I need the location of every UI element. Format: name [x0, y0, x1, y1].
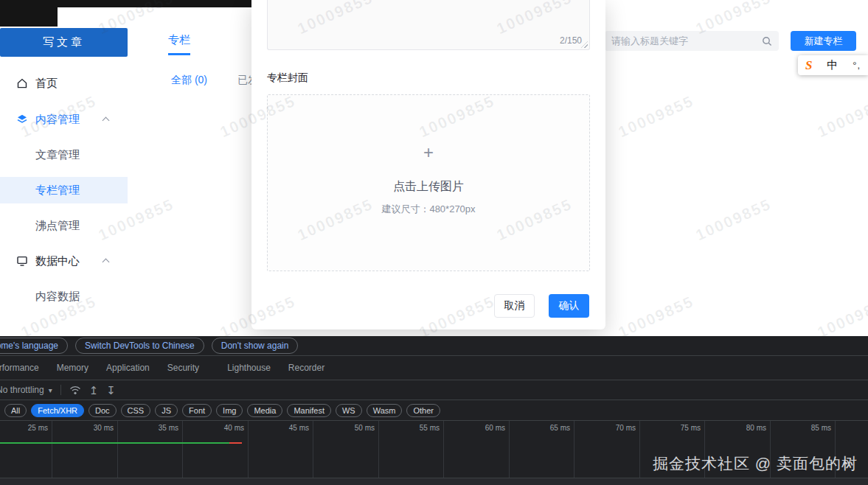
filter-chip-other[interactable]: Other: [406, 404, 440, 417]
ime-punctuation-indicator[interactable]: °,: [853, 60, 861, 71]
filter-chip-manifest[interactable]: Manifest: [287, 404, 331, 417]
export-har-icon[interactable]: ↧: [106, 385, 116, 396]
tab-security[interactable]: Security: [167, 363, 199, 373]
throttling-select[interactable]: No throttling ▾: [0, 385, 52, 395]
filter-chip-media[interactable]: Media: [247, 404, 282, 417]
filter-chip-css[interactable]: CSS: [121, 404, 151, 417]
upload-title: 点击上传图片: [268, 179, 589, 195]
timeline-tick: 55 ms: [400, 421, 444, 478]
column-description-textarea[interactable]: 2/150: [267, 0, 590, 50]
throttling-label: No throttling: [0, 385, 44, 395]
filter-chip-fetch-xhr[interactable]: Fetch/XHR: [31, 404, 84, 417]
sidebar-item-label: 数据中心: [35, 254, 80, 268]
filter-chip-doc[interactable]: Doc: [88, 404, 117, 417]
ime-toolbar[interactable]: S 中 °,: [798, 55, 868, 75]
sidebar-item-pin-management[interactable]: 沸点管理: [0, 212, 128, 239]
sidebar-item-label: 专栏管理: [35, 184, 80, 198]
import-har-icon[interactable]: ↥: [89, 385, 99, 396]
monitor-icon: [16, 255, 29, 267]
timeline-tick: 25 ms: [8, 421, 52, 478]
sidebar-item-content-management[interactable]: 内容管理: [0, 106, 128, 133]
sidebar-item-article-management[interactable]: 文章管理: [0, 142, 128, 168]
filter-chip-wasm[interactable]: Wasm: [367, 404, 403, 417]
plus-icon: +: [268, 144, 589, 161]
filter-chip-all[interactable]: All: [4, 404, 27, 417]
timeline-tick: 40 ms: [204, 421, 249, 478]
chevron-up-icon: [103, 117, 110, 125]
sidebar-item-label: 内容管理: [35, 113, 80, 127]
watermark-credit: 掘金技术社区 @ 卖面包的树: [653, 453, 858, 474]
devtools-infobar: Always match Chrome's language Switch De…: [0, 336, 868, 356]
search-box: [605, 31, 779, 51]
network-conditions-icon[interactable]: [69, 385, 81, 395]
write-article-button[interactable]: 写文章: [0, 28, 128, 57]
timeline-tick: 60 ms: [465, 421, 510, 478]
cover-label: 专栏封面: [267, 71, 308, 85]
sidebar-item-label: 首页: [35, 77, 58, 91]
create-column-modal: 2/150 专栏封面 + 点击上传图片 建议尺寸：480*270px 取消 确认: [251, 0, 605, 329]
confirm-button[interactable]: 确认: [549, 294, 589, 318]
watermark: 10009855: [815, 92, 868, 141]
tab-performance[interactable]: Performance: [0, 363, 39, 373]
watermark: 10009855: [616, 293, 697, 336]
timeline-tick: 30 ms: [74, 421, 118, 478]
char-count: 2/150: [560, 35, 582, 46]
filter-all[interactable]: 全部 (0): [171, 74, 207, 87]
watermark: 10009855: [693, 195, 774, 244]
sidebar-item-label: 文章管理: [35, 148, 80, 162]
devtools-tab-bar: Performance Memory Application Security …: [0, 356, 868, 380]
match-language-button[interactable]: Always match Chrome's language: [0, 338, 68, 354]
request-timeline-bar: [0, 442, 229, 444]
network-overview[interactable]: 25 ms 30 ms 35 ms 40 ms 45 ms 50 ms 55 m…: [0, 421, 868, 478]
switch-devtools-language-button[interactable]: Switch DevTools to Chinese: [75, 338, 204, 354]
upload-hint: 建议尺寸：480*270px: [268, 203, 589, 216]
tab-memory[interactable]: Memory: [57, 363, 88, 373]
window-chrome-corner: [0, 0, 58, 27]
cover-upload-area[interactable]: + 点击上传图片 建议尺寸：480*270px: [267, 94, 590, 271]
sogou-logo-icon[interactable]: S: [805, 58, 812, 73]
filter-chip-font[interactable]: Font: [182, 404, 212, 417]
sidebar-item-label: 内容数据: [35, 290, 80, 304]
timeline-tick: 65 ms: [530, 421, 574, 478]
search-input[interactable]: [611, 35, 762, 46]
sidebar-item-label: 沸点管理: [35, 219, 80, 233]
ime-language-indicator[interactable]: 中: [827, 58, 838, 72]
chevron-up-icon: [103, 259, 110, 266]
tab-column[interactable]: 专栏: [168, 33, 190, 55]
tab-lighthouse[interactable]: Lighthouse: [227, 363, 271, 373]
new-column-button[interactable]: 新建专栏: [791, 31, 856, 51]
sidebar-item-content-data[interactable]: 内容数据: [0, 283, 128, 310]
network-toolbar: No throttling ▾ ↥ ↧: [0, 380, 868, 400]
filter-chip-img[interactable]: Img: [216, 404, 243, 417]
tab-application[interactable]: Application: [106, 363, 150, 373]
network-filter-bar: All Fetch/XHR Doc CSS JS Font Img Media …: [0, 400, 868, 421]
sidebar-item-column-management[interactable]: 专栏管理: [0, 177, 128, 203]
sidebar: 写文章 首页 内容管理 文章管理 专栏管理 沸点管理: [0, 7, 128, 336]
filter-chip-ws[interactable]: WS: [336, 404, 362, 417]
devtools-status-bar: [0, 478, 868, 485]
dont-show-again-button[interactable]: Don't show again: [212, 338, 299, 354]
filter-chip-js[interactable]: JS: [155, 404, 178, 417]
sidebar-item-data-center[interactable]: 数据中心: [0, 248, 128, 274]
timeline-tick: 45 ms: [269, 421, 313, 478]
chevron-down-icon: ▾: [49, 386, 52, 394]
search-icon[interactable]: [762, 36, 772, 46]
page: 写文章 首页 内容管理 文章管理 专栏管理 沸点管理: [0, 0, 868, 485]
home-icon: [16, 77, 29, 89]
resize-handle-icon[interactable]: [581, 41, 588, 48]
timeline-tick: 50 ms: [335, 421, 379, 478]
devtools-panel: Always match Chrome's language Switch De…: [0, 336, 868, 485]
tab-recorder[interactable]: Recorder: [288, 363, 324, 373]
cancel-button[interactable]: 取消: [494, 294, 535, 318]
timeline-tick: 70 ms: [596, 421, 640, 478]
request-timeline-bar-error: [229, 442, 242, 444]
toolbar-divider: [60, 385, 61, 395]
layers-icon: [16, 114, 29, 125]
timeline-tick: 35 ms: [139, 421, 183, 478]
watermark: 10009855: [815, 293, 868, 336]
watermark: 10009855: [616, 92, 697, 141]
sidebar-item-home[interactable]: 首页: [0, 70, 128, 97]
